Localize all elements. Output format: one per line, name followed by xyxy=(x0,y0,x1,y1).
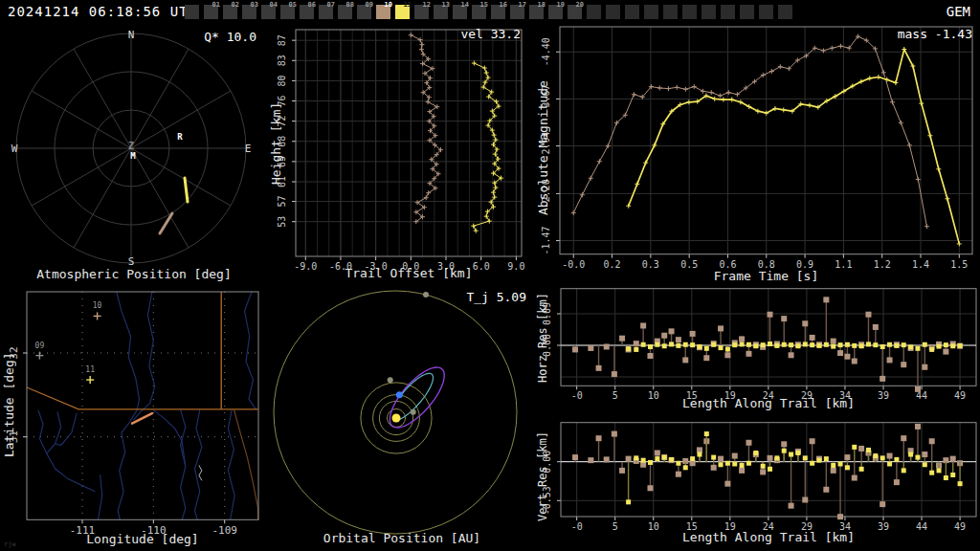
frame-box-blank[interactable] xyxy=(625,5,639,19)
watermark: rjw xyxy=(4,540,16,548)
frame-box-18[interactable]: 18 xyxy=(529,5,544,19)
panel-vertical-residuals: -051015192429343944490.00-0.53 Length Al… xyxy=(536,411,980,551)
frame-box-09[interactable]: 09 xyxy=(357,5,371,19)
frame-box-blank[interactable] xyxy=(587,5,601,19)
mass-annotation: mass -1.43 xyxy=(898,27,972,41)
frame-box-blank[interactable] xyxy=(644,5,658,19)
river xyxy=(47,411,61,453)
frame-box-label: 02 xyxy=(232,1,239,9)
frame-box-label: 16 xyxy=(500,1,507,9)
frame-box-label: 04 xyxy=(270,1,278,9)
frame-box-12[interactable]: 12 xyxy=(414,5,429,19)
river xyxy=(245,292,256,409)
station-marker-09: 09 xyxy=(35,342,45,360)
series-vert-yellow xyxy=(626,431,962,504)
frame-box-02[interactable]: 02 xyxy=(223,5,237,19)
orbital-position-plot xyxy=(268,282,536,551)
panel-trail-offset: -9.0-6.0-3.00.03.06.09.08783807672686561… xyxy=(268,24,536,282)
sun-dot xyxy=(392,414,401,423)
series-lightcurve-tan xyxy=(571,34,929,230)
border-line xyxy=(234,409,257,520)
river xyxy=(228,410,234,520)
horz-res-ylabel: Horz Res [km] xyxy=(536,290,549,386)
river xyxy=(153,410,186,467)
frame-box-19[interactable]: 19 xyxy=(548,5,563,19)
atmospheric-position-plot: NESWZMR xyxy=(0,24,268,282)
frame-box-08[interactable]: 08 xyxy=(338,5,352,19)
svg-text:10: 10 xyxy=(93,301,102,310)
shower-code-badge: GEM xyxy=(947,4,970,19)
frame-box-06[interactable]: 06 xyxy=(300,5,314,19)
frame-box-04[interactable]: 04 xyxy=(261,5,276,19)
frame-box-label: 10 xyxy=(385,1,392,9)
svg-text:R: R xyxy=(177,132,183,142)
panel-light-curve: -0.00.20.30.50.60.80.91.11.21.41.5-4.40-… xyxy=(536,24,980,282)
frame-box-label: 05 xyxy=(289,1,297,9)
frame-box-label: 15 xyxy=(480,1,488,9)
frame-box-blank[interactable] xyxy=(185,5,199,19)
svg-text:N: N xyxy=(128,29,135,41)
frame-box-blank[interactable] xyxy=(606,5,620,19)
frame-box-03[interactable]: 03 xyxy=(242,5,256,19)
series-lightcurve-yellow xyxy=(626,47,962,246)
horz-length-xlabel: Length Along Trail [km] xyxy=(561,396,976,410)
planet-dot-mars xyxy=(388,377,393,383)
ground-track-map: 091011-111-110-1093231 xyxy=(0,282,268,551)
frame-box-blank[interactable] xyxy=(778,5,792,19)
svg-text:83: 83 xyxy=(277,55,287,66)
planet-dot-earth xyxy=(396,391,403,398)
station-marker-10: 10 xyxy=(93,301,102,320)
timestamp: 20241214 06:18:56 UTC xyxy=(8,4,197,19)
river xyxy=(38,410,96,492)
river xyxy=(98,474,101,519)
planet-dot-venus xyxy=(411,409,416,415)
frame-box-blank[interactable] xyxy=(663,5,678,19)
frame-box-label: 20 xyxy=(576,1,584,9)
frame-box-label: 18 xyxy=(538,1,546,9)
tisserand-annotation: T_j 5.09 xyxy=(466,290,526,304)
trail-offset-plot: -9.0-6.0-3.00.03.06.09.08783807672686561… xyxy=(268,24,536,282)
trail-offset-xlabel: Trail Offset [km] xyxy=(294,266,523,280)
frame-box-16[interactable]: 16 xyxy=(491,5,505,19)
orbital-plot-title: Orbital Position [AU] xyxy=(268,531,536,545)
frame-box-label: 17 xyxy=(519,1,526,9)
river xyxy=(134,292,155,420)
series-station-yellow xyxy=(471,61,503,233)
frame-box-label: 09 xyxy=(366,1,373,9)
svg-text:E: E xyxy=(245,143,252,155)
panel-horizontal-residuals: -051015192429343944490.090.00 Length Alo… xyxy=(536,282,980,411)
river xyxy=(195,410,202,520)
frame-box-10[interactable]: 10 xyxy=(376,5,390,19)
frame-box-17[interactable]: 17 xyxy=(510,5,524,19)
frame-box-05[interactable]: 05 xyxy=(280,5,295,19)
frame-box-07[interactable]: 07 xyxy=(319,5,333,19)
horizontal-residuals-plot: -051015192429343944490.090.00 xyxy=(536,282,980,411)
frame-box-blank[interactable] xyxy=(702,5,716,19)
river xyxy=(117,292,140,520)
svg-text:W: W xyxy=(11,143,18,155)
frame-box-01[interactable]: 01 xyxy=(204,5,218,19)
light-curve-plot: -0.00.20.30.50.60.80.91.11.21.41.5-4.40-… xyxy=(536,24,980,282)
frame-box-blank[interactable] xyxy=(740,5,754,19)
frame-box-label: 11 xyxy=(404,1,412,9)
frame-box-blank[interactable] xyxy=(759,5,773,19)
svg-text:11: 11 xyxy=(85,365,95,374)
frame-box-label: 12 xyxy=(423,1,431,9)
panel-orbital-position: T_j 5.09 Orbital Position [AU] xyxy=(268,282,536,551)
frame-box-13[interactable]: 13 xyxy=(434,5,448,19)
frame-box-15[interactable]: 15 xyxy=(472,5,486,19)
frame-box-label: 03 xyxy=(251,1,258,9)
svg-text:53: 53 xyxy=(277,216,287,228)
svg-text:Z: Z xyxy=(128,141,134,151)
frame-box-label: 07 xyxy=(327,1,335,9)
planet-orbit-ring xyxy=(274,291,517,534)
panel-ground-map: 091011-111-110-1093231 Longitude [deg] L… xyxy=(0,282,268,551)
vert-res-ylabel: Vert Res [km] xyxy=(536,429,549,524)
frame-box-blank[interactable] xyxy=(721,5,735,19)
series-station-tan xyxy=(409,33,443,224)
frame-box-11[interactable]: 11 xyxy=(395,5,410,19)
frame-box-14[interactable]: 14 xyxy=(453,5,467,19)
frame-box-blank[interactable] xyxy=(682,5,697,19)
frame-box-20[interactable]: 20 xyxy=(568,5,582,19)
frame-box-label: 13 xyxy=(442,1,450,9)
